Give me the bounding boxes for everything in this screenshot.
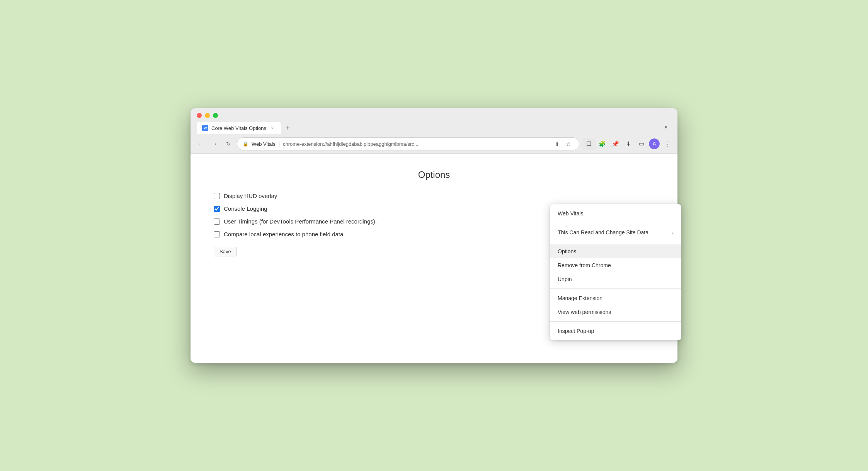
menu-item-options[interactable]: Options [550, 244, 681, 258]
menu-item-web-permissions[interactable]: View web permissions [550, 305, 681, 319]
checkbox-console-label: Console Logging [224, 205, 267, 212]
profile-button[interactable]: A [649, 138, 660, 149]
back-button[interactable]: ← [195, 138, 206, 149]
checkbox-hud-label: Display HUD overlay [224, 193, 277, 199]
browser-window: W Core Web Vitals Options × + ▾ ← → ↻ 🔒 … [191, 108, 677, 363]
download-icon: ⬇ [626, 140, 631, 147]
menu-item-inspect[interactable]: Inspect Pop-up [550, 324, 681, 338]
title-bar: W Core Web Vitals Options × + ▾ [191, 108, 677, 134]
sidebar-button[interactable]: ▭ [636, 138, 647, 150]
address-url: chrome-extension://ahfhijdlegdabablpippe… [283, 141, 549, 147]
menu-item-web-vitals-label: Web Vitals [558, 210, 583, 217]
menu-item-manage[interactable]: Manage Extension [550, 291, 681, 305]
checkbox-hud-input[interactable] [214, 193, 220, 199]
avatar: A [649, 138, 660, 149]
menu-item-remove[interactable]: Remove from Chrome [550, 258, 681, 272]
address-separator: | [279, 141, 280, 147]
checkbox-compare-label: Compare local experiences to phone field… [224, 231, 343, 237]
checkbox-timings-label: User Timings (for DevTools Performance P… [224, 218, 377, 225]
close-window-button[interactable] [197, 113, 202, 118]
menu-divider-4 [550, 321, 681, 322]
page-title: Options [214, 169, 654, 180]
share-button[interactable]: ⬆ [552, 139, 562, 149]
address-bar[interactable]: 🔒 Web Vitals | chrome-extension://ahfhij… [237, 137, 579, 150]
chevron-right-icon: › [672, 230, 674, 235]
menu-item-inspect-label: Inspect Pop-up [558, 328, 594, 334]
tab-list-button[interactable]: ▾ [660, 122, 671, 133]
active-tab[interactable]: W Core Web Vitals Options × [197, 122, 281, 134]
context-menu: Web Vitals This Can Read and Change Site… [550, 204, 681, 340]
lock-icon: 🔒 [243, 141, 248, 147]
extensions-puzzle-button[interactable]: 🧩 [596, 138, 608, 150]
reload-button[interactable]: ↻ [223, 138, 234, 149]
more-icon: ⋮ [664, 140, 670, 147]
menu-item-web-permissions-label: View web permissions [558, 309, 611, 315]
pin-button[interactable]: 📌 [609, 138, 621, 150]
tab-label: Core Web Vitals Options [211, 125, 266, 131]
navigation-bar: ← → ↻ 🔒 Web Vitals | chrome-extension://… [191, 134, 677, 154]
sidebar-icon: ▭ [639, 140, 644, 147]
traffic-lights [197, 113, 671, 118]
checkbox-hud[interactable]: Display HUD overlay [214, 193, 654, 199]
puzzle-icon: 🧩 [599, 140, 606, 147]
checkbox-timings-input[interactable] [214, 218, 220, 225]
address-actions: ⬆ ☆ [552, 139, 574, 149]
tab-favicon: W [202, 125, 208, 131]
more-menu-button[interactable]: ⋮ [661, 138, 673, 150]
minimize-window-button[interactable] [205, 113, 210, 118]
pin-icon: 📌 [612, 140, 619, 147]
menu-item-unpin-label: Unpin [558, 276, 572, 282]
maximize-window-button[interactable] [213, 113, 218, 118]
extension-active-button[interactable]: ☐ [582, 138, 595, 150]
checkbox-compare-input[interactable] [214, 231, 220, 237]
site-name: Web Vitals [252, 141, 276, 147]
menu-divider-1 [550, 223, 681, 223]
forward-button[interactable]: → [209, 138, 220, 149]
tabs-row: W Core Web Vitals Options × + ▾ [197, 122, 671, 134]
menu-item-remove-label: Remove from Chrome [558, 262, 611, 268]
tab-close-button[interactable]: × [269, 125, 276, 131]
menu-item-site-data[interactable]: This Can Read and Change Site Data › [550, 225, 681, 239]
menu-item-site-data-label: This Can Read and Change Site Data [558, 229, 648, 236]
new-tab-button[interactable]: + [283, 123, 293, 133]
checkbox-console-input[interactable] [214, 206, 220, 212]
toolbar-right: ☐ 🧩 📌 ⬇ ▭ A ⋮ [582, 138, 673, 150]
download-button[interactable]: ⬇ [623, 138, 634, 150]
page-content: Options Display HUD overlay Console Logg… [191, 154, 677, 363]
menu-item-web-vitals[interactable]: Web Vitals [550, 206, 681, 220]
tabs-right: ▾ [660, 122, 671, 133]
menu-item-manage-label: Manage Extension [558, 295, 602, 301]
menu-item-unpin[interactable]: Unpin [550, 272, 681, 286]
extension-square-icon: ☐ [586, 140, 591, 147]
menu-divider-3 [550, 288, 681, 289]
menu-item-options-label: Options [558, 248, 576, 254]
menu-divider-2 [550, 242, 681, 242]
save-button[interactable]: Save [214, 247, 237, 256]
bookmark-button[interactable]: ☆ [563, 139, 574, 149]
